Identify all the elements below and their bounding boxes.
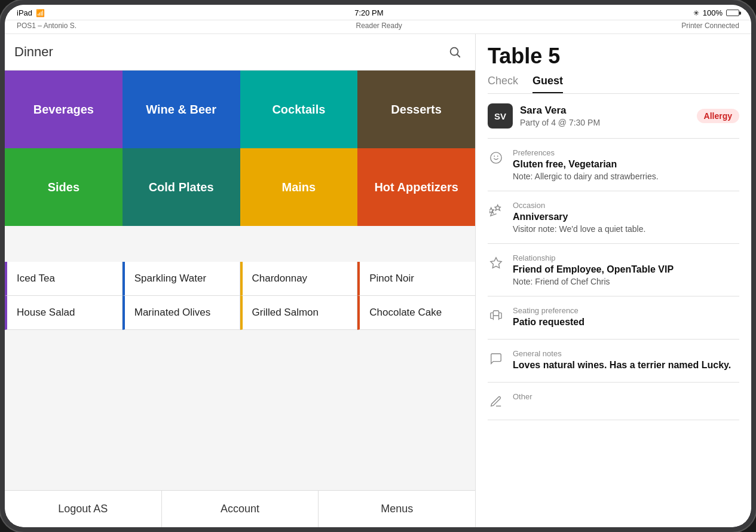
guest-details: Sara Vera Party of 4 @ 7:30 PM <box>520 105 600 127</box>
relationship-label: Relationship <box>513 253 674 262</box>
preferences-value: Gluten free, Vegetarian <box>513 159 659 170</box>
category-wine-beer[interactable]: Wine & Beer <box>123 71 240 148</box>
search-bar: Dinner <box>5 34 475 71</box>
category-desserts[interactable]: Desserts <box>357 71 475 148</box>
bluetooth-icon: ✳ <box>693 9 699 17</box>
general-notes-label: General notes <box>513 349 731 358</box>
menu-title: Dinner <box>14 44 53 60</box>
pos-label: POS1 – Antonio S. <box>17 22 76 30</box>
guest-card: SV Sara Vera Party of 4 @ 7:30 PM Allerg… <box>488 103 739 139</box>
preferences-icon <box>488 149 504 166</box>
menu-item-house-salad[interactable]: House Salad <box>5 296 123 330</box>
other-label: Other <box>513 392 532 401</box>
category-hot-appetizers[interactable]: Hot Appetizers <box>357 148 475 226</box>
category-cold-plates[interactable]: Cold Plates <box>123 148 240 226</box>
guest-name: Sara Vera <box>520 105 600 117</box>
relationship-note: Note: Friend of Chef Chris <box>513 277 674 286</box>
main-content: Dinner Beverages Wine & Beer <box>5 34 751 527</box>
device-label: iPad <box>17 8 32 17</box>
relationship-section: Relationship Friend of Employee, OpenTab… <box>488 253 739 296</box>
seating-section: Seating preference Patio requested <box>488 306 739 340</box>
sub-status-bar: POS1 – Antonio S. Reader Ready Printer C… <box>5 20 751 34</box>
tab-check[interactable]: Check <box>488 75 518 93</box>
svg-marker-5 <box>491 258 501 268</box>
other-section: Other <box>488 392 739 420</box>
menu-item-iced-tea[interactable]: Iced Tea <box>5 262 123 296</box>
avatar: SV <box>488 103 513 129</box>
seating-icon <box>488 307 504 324</box>
wifi-icon: 📶 <box>36 9 45 17</box>
seating-body: Seating preference Patio requested <box>513 306 584 329</box>
other-body: Other <box>513 392 532 403</box>
general-notes-value: Loves natural wines. Has a terrier named… <box>513 360 731 371</box>
svg-point-0 <box>451 48 458 56</box>
allergy-badge: Allergy <box>697 109 739 123</box>
general-notes-body: General notes Loves natural wines. Has a… <box>513 349 731 372</box>
battery-bar <box>726 10 739 16</box>
status-time: 7:20 PM <box>354 8 383 17</box>
preferences-note: Note: Allergic to dairy and strawberries… <box>513 172 659 181</box>
right-panel: Table 5 Check Guest SV Sara Vera <box>476 34 751 527</box>
tab-guest[interactable]: Guest <box>532 75 563 93</box>
svg-point-2 <box>491 152 501 163</box>
occasion-icon <box>488 202 504 219</box>
status-right: ✳ 100% <box>693 8 739 17</box>
occasion-note: Visitor note: We'd love a quiet table. <box>513 224 645 234</box>
category-beverages[interactable]: Beverages <box>5 71 123 148</box>
search-button[interactable] <box>444 41 466 63</box>
menu-item-marinated-olives[interactable]: Marinated Olives <box>123 296 240 330</box>
items-grid: Iced Tea Sparkling Water Chardonnay Pino… <box>5 262 475 330</box>
bottom-bar: Logout AS Account Menus <box>5 490 475 527</box>
menus-button[interactable]: Menus <box>319 491 475 527</box>
svg-rect-7 <box>499 313 502 318</box>
seating-value: Patio requested <box>513 317 584 328</box>
ipad-frame: iPad 📶 7:20 PM ✳ 100% POS1 – Antonio S. … <box>0 0 756 532</box>
printer-status: Printer Connected <box>681 22 739 30</box>
preferences-body: Preferences Gluten free, Vegetarian Note… <box>513 148 659 181</box>
guest-info-left: SV Sara Vera Party of 4 @ 7:30 PM <box>488 103 600 129</box>
category-grid: Beverages Wine & Beer Cocktails Desserts… <box>5 71 475 226</box>
table-title: Table 5 <box>488 44 739 69</box>
svg-rect-6 <box>491 313 494 318</box>
ipad-inner: iPad 📶 7:20 PM ✳ 100% POS1 – Antonio S. … <box>5 5 751 527</box>
preferences-section: Preferences Gluten free, Vegetarian Note… <box>488 148 739 191</box>
relationship-body: Relationship Friend of Employee, OpenTab… <box>513 253 674 286</box>
seating-label: Seating preference <box>513 306 584 315</box>
general-notes-icon <box>488 350 504 367</box>
items-spacer <box>5 226 475 262</box>
status-left: iPad 📶 <box>17 8 45 17</box>
tabs-row: Check Guest <box>488 75 739 94</box>
logout-button[interactable]: Logout AS <box>5 491 162 527</box>
battery-percent: 100% <box>703 8 723 17</box>
guest-party: Party of 4 @ 7:30 PM <box>520 118 600 127</box>
occasion-value: Anniversary <box>513 212 645 222</box>
items-area: Iced Tea Sparkling Water Chardonnay Pino… <box>5 226 475 527</box>
menu-item-chardonnay[interactable]: Chardonnay <box>240 262 358 296</box>
menu-item-chocolate-cake[interactable]: Chocolate Cake <box>357 296 475 330</box>
occasion-section: Occasion Anniversary Visitor note: We'd … <box>488 201 739 244</box>
reader-status: Reader Ready <box>356 22 402 30</box>
other-icon <box>488 393 504 410</box>
category-mains[interactable]: Mains <box>240 148 358 226</box>
category-cocktails[interactable]: Cocktails <box>240 71 358 148</box>
relationship-icon <box>488 255 504 271</box>
menu-item-pinot-noir[interactable]: Pinot Noir <box>357 262 475 296</box>
preferences-label: Preferences <box>513 148 659 157</box>
items-bottom-spacer <box>5 330 475 490</box>
account-button[interactable]: Account <box>162 491 319 527</box>
menu-item-sparkling-water[interactable]: Sparkling Water <box>123 262 240 296</box>
status-bar: iPad 📶 7:20 PM ✳ 100% <box>5 5 751 20</box>
menu-item-grilled-salmon[interactable]: Grilled Salmon <box>240 296 358 330</box>
category-sides[interactable]: Sides <box>5 148 123 226</box>
general-notes-section: General notes Loves natural wines. Has a… <box>488 349 739 383</box>
relationship-value: Friend of Employee, OpenTable VIP <box>513 264 674 275</box>
occasion-label: Occasion <box>513 201 645 210</box>
svg-line-1 <box>457 54 460 57</box>
occasion-body: Occasion Anniversary Visitor note: We'd … <box>513 201 645 234</box>
left-panel: Dinner Beverages Wine & Beer <box>5 34 476 527</box>
